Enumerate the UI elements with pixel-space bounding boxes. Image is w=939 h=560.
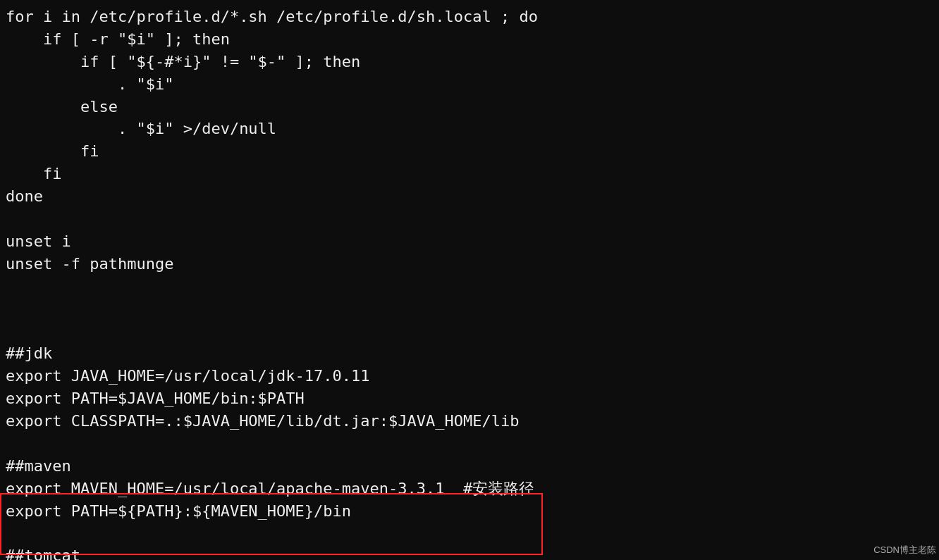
watermark-text: CSDN博主老陈 <box>873 545 936 555</box>
code-container: for i in /etc/profile.d/*.sh /etc/profil… <box>0 0 939 560</box>
watermark: CSDN博主老陈 <box>873 544 936 557</box>
code-block: for i in /etc/profile.d/*.sh /etc/profil… <box>6 6 933 560</box>
